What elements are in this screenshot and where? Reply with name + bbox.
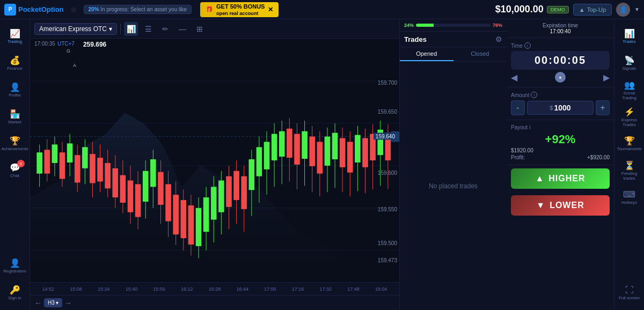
tab-closed[interactable]: Closed	[453, 47, 507, 61]
price-label-5: 159.500	[378, 240, 397, 246]
time-label-7: 16:44	[229, 286, 257, 292]
avatar[interactable]: 👤	[616, 3, 630, 17]
amount-input-wrap: $ 1000	[527, 101, 594, 115]
fullscreen-icon: ⛶	[625, 285, 634, 295]
svg-rect-35	[165, 184, 171, 221]
chart-type-candle-button[interactable]: 📊	[124, 22, 138, 36]
bonus-banner[interactable]: 🎁 GET 50% BONUS open real account ✕	[200, 2, 279, 17]
timeframe-chevron-icon: ▾	[56, 300, 58, 306]
chart-minus-button[interactable]: —	[175, 22, 189, 36]
timeframe-prev-arrow[interactable]: ←	[34, 299, 42, 307]
social-trading-icon: 👥	[624, 80, 635, 90]
sidebar-item-trading[interactable]: 📈 Trading	[2, 24, 28, 49]
topup-button[interactable]: ▲ Top-Up	[573, 4, 612, 16]
right-nav-social-trading[interactable]: 👥 Social Trading	[617, 77, 642, 103]
right-nav-pending-trades[interactable]: ⏳ Pending trades	[617, 158, 642, 183]
tab-opened[interactable]: Opened	[400, 47, 453, 61]
right-nav-express-trades[interactable]: ⚡ Express Trades	[617, 104, 642, 130]
timer-label-row: Time i	[511, 42, 610, 49]
right-nav-fullscreen[interactable]: ⛶ Full screen	[617, 280, 642, 306]
hotkeys-nav-label: Hotkeys	[621, 201, 637, 205]
svg-rect-17	[97, 158, 103, 181]
amount-increase-button[interactable]: +	[596, 100, 610, 115]
trades-icon: 📊	[624, 28, 635, 39]
time-label-9: 17:16	[284, 286, 312, 292]
timeframe-next-arrow[interactable]: →	[64, 299, 72, 307]
timer-next-button[interactable]: ▶	[603, 72, 610, 83]
sidebar-item-achievements[interactable]: 🏆 Achievements	[2, 131, 28, 157]
svg-rect-13	[82, 147, 88, 168]
bull-percentage: 24%	[404, 23, 414, 28]
timer-center-button[interactable]: ●	[555, 72, 566, 83]
fullscreen-nav-label: Full screen	[619, 296, 640, 301]
chart-draw-button[interactable]: ✏	[158, 22, 172, 36]
achievements-label: Achievements	[1, 147, 28, 152]
chart-info-overlay: 17:00:35 UTC+7 259.696	[34, 41, 106, 48]
sidebar-item-finance[interactable]: 💰 Finance	[2, 50, 28, 76]
balance-display: $10,000.00 DEMO	[495, 4, 569, 15]
trade-controls-panel: Expiration time 17:00:40 Time i 00:00:05…	[507, 19, 614, 310]
hotkeys-icon: ⌨	[623, 189, 635, 200]
right-nav-trades[interactable]: 📊 Trades	[617, 24, 642, 49]
profile-icon: 👤	[10, 82, 20, 92]
asset-selector[interactable]: American Express OTC ▾	[34, 23, 117, 35]
panel-settings-icon[interactable]: ⚙	[495, 35, 502, 43]
svg-rect-23	[120, 175, 126, 203]
sidebar-item-profile[interactable]: 👤 Profile	[2, 77, 28, 103]
bonus-text: GET 50% BONUS open real account	[216, 3, 265, 16]
amount-decrease-button[interactable]: -	[511, 100, 525, 115]
no-trades-message: No placed trades	[400, 62, 507, 310]
chevron-down-icon[interactable]: ▼	[634, 6, 640, 12]
svg-rect-47	[211, 187, 217, 219]
chat-label: Chat	[10, 174, 19, 179]
svg-rect-31	[150, 159, 156, 187]
higher-up-arrow-icon: ▲	[535, 174, 544, 183]
demo-badge: DEMO	[547, 6, 569, 13]
timeframe-bar: ← H3 ▾ →	[30, 295, 399, 310]
main-content: 📈 Trading 💰 Finance 👤 Profile 🏪 Market 🏆…	[0, 19, 644, 310]
logo: P PocketOption	[4, 4, 64, 16]
svg-rect-11	[75, 155, 80, 182]
panel-title: Trades	[404, 35, 427, 43]
chart-settings-button[interactable]: ☰	[141, 22, 155, 36]
sidebar-item-registration[interactable]: 👤 Registration	[2, 253, 28, 279]
lower-label: LOWER	[550, 201, 584, 210]
bonus-icon: 🎁	[206, 6, 213, 13]
sentiment-bar: 24% 76%	[400, 19, 507, 32]
timer-prev-button[interactable]: ◀	[511, 72, 517, 83]
amount-label: Amount	[511, 92, 529, 98]
header: P PocketOption ☆ 20% In progress: Select…	[0, 0, 644, 19]
sidebar-item-signin[interactable]: 🔑 Sign in	[2, 280, 28, 306]
grid-icon: ⊞	[196, 25, 203, 33]
chart-grid-button[interactable]: ⊞	[193, 22, 207, 36]
right-nav-hotkeys[interactable]: ⌨ Hotkeys	[617, 184, 642, 210]
svg-rect-53	[233, 171, 239, 200]
topup-icon: ▲	[579, 6, 585, 13]
lower-down-arrow-icon: ▼	[536, 201, 545, 210]
favorite-star-icon[interactable]: ☆	[70, 5, 77, 14]
bull-bar	[416, 24, 434, 27]
sidebar-item-chat[interactable]: 3 💬 Chat	[2, 158, 28, 183]
svg-rect-43	[196, 208, 202, 246]
higher-button[interactable]: ▲ HIGHER	[511, 168, 610, 189]
payout-info-icon[interactable]: i	[529, 124, 530, 130]
pending-trades-nav-label: Pending trades	[617, 172, 642, 181]
svg-rect-63	[272, 134, 277, 160]
bonus-close-icon[interactable]: ✕	[268, 6, 273, 13]
time-label-0: 14:52	[34, 286, 62, 292]
sidebar-item-market[interactable]: 🏪 Market	[2, 104, 28, 130]
amount-info-icon[interactable]: i	[531, 92, 537, 98]
svg-rect-51	[226, 176, 232, 207]
svg-rect-1	[36, 152, 42, 173]
payout-label: Payout	[511, 124, 528, 130]
timer-info-icon[interactable]: i	[524, 42, 531, 49]
chart-utc: UTC+7	[57, 41, 75, 47]
svg-rect-5	[52, 144, 58, 163]
right-nav-signals[interactable]: 📡 Signals	[617, 50, 642, 76]
time-label-1: 15:08	[62, 286, 90, 292]
lower-button[interactable]: ▼ LOWER	[511, 195, 610, 216]
timer-label: Time	[511, 43, 523, 49]
timeframe-h3-button[interactable]: H3 ▾	[44, 298, 62, 307]
right-nav-tournaments[interactable]: 🏆 Tournaments	[617, 131, 642, 157]
right-sidebar: 📊 Trades 📡 Signals 👥 Social Trading ⚡ Ex…	[614, 19, 644, 310]
